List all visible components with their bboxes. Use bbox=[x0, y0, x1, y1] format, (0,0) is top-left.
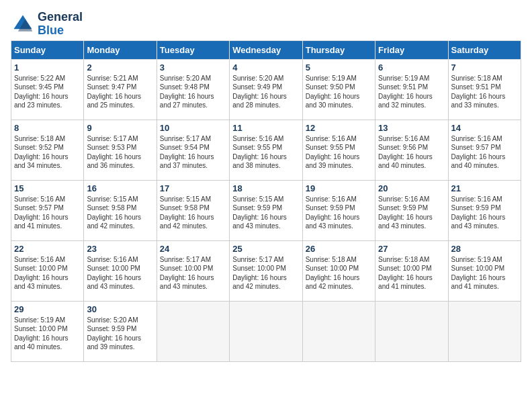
table-row: 11Sunrise: 5:16 AMSunset: 9:55 PMDayligh… bbox=[230, 120, 302, 180]
table-row: 25Sunrise: 5:17 AMSunset: 10:00 PMDaylig… bbox=[230, 240, 302, 301]
logo-text-general: General bbox=[38, 11, 83, 24]
table-row: 22Sunrise: 5:16 AMSunset: 10:00 PMDaylig… bbox=[11, 240, 84, 301]
weekday-header-tuesday: Tuesday bbox=[157, 40, 229, 59]
table-row: 2Sunrise: 5:21 AMSunset: 9:47 PMDaylight… bbox=[84, 59, 157, 120]
table-row bbox=[302, 301, 375, 361]
table-row: 1Sunrise: 5:22 AMSunset: 9:45 PMDaylight… bbox=[11, 59, 84, 120]
logo-text-blue: Blue bbox=[38, 24, 83, 38]
table-row: 27Sunrise: 5:18 AMSunset: 10:00 PMDaylig… bbox=[375, 240, 448, 301]
table-row: 8Sunrise: 5:18 AMSunset: 9:52 PMDaylight… bbox=[11, 120, 84, 180]
calendar-week-4: 29Sunrise: 5:19 AMSunset: 10:00 PMDaylig… bbox=[11, 301, 521, 361]
table-row: 9Sunrise: 5:17 AMSunset: 9:53 PMDaylight… bbox=[84, 120, 157, 180]
table-row bbox=[448, 301, 521, 361]
calendar-week-2: 15Sunrise: 5:16 AMSunset: 9:57 PMDayligh… bbox=[11, 180, 521, 240]
table-row: 12Sunrise: 5:16 AMSunset: 9:55 PMDayligh… bbox=[302, 120, 375, 180]
weekday-header-saturday: Saturday bbox=[448, 40, 521, 59]
table-row: 17Sunrise: 5:15 AMSunset: 9:58 PMDayligh… bbox=[157, 180, 229, 240]
table-row: 18Sunrise: 5:15 AMSunset: 9:59 PMDayligh… bbox=[230, 180, 302, 240]
table-row bbox=[375, 301, 448, 361]
calendar-week-0: 1Sunrise: 5:22 AMSunset: 9:45 PMDaylight… bbox=[11, 59, 521, 120]
table-row: 29Sunrise: 5:19 AMSunset: 10:00 PMDaylig… bbox=[11, 301, 84, 361]
weekday-header-wednesday: Wednesday bbox=[230, 40, 302, 59]
weekday-header-sunday: Sunday bbox=[11, 40, 84, 59]
table-row: 30Sunrise: 5:20 AMSunset: 9:59 PMDayligh… bbox=[84, 301, 157, 361]
table-row: 16Sunrise: 5:15 AMSunset: 9:58 PMDayligh… bbox=[84, 180, 157, 240]
table-row: 5Sunrise: 5:19 AMSunset: 9:50 PMDaylight… bbox=[302, 59, 375, 120]
weekday-header-monday: Monday bbox=[84, 40, 157, 59]
calendar-week-1: 8Sunrise: 5:18 AMSunset: 9:52 PMDaylight… bbox=[11, 120, 521, 180]
table-row: 20Sunrise: 5:16 AMSunset: 9:59 PMDayligh… bbox=[375, 180, 448, 240]
table-row bbox=[157, 301, 229, 361]
table-row: 19Sunrise: 5:16 AMSunset: 9:59 PMDayligh… bbox=[302, 180, 375, 240]
table-row: 10Sunrise: 5:17 AMSunset: 9:54 PMDayligh… bbox=[157, 120, 229, 180]
table-row: 26Sunrise: 5:18 AMSunset: 10:00 PMDaylig… bbox=[302, 240, 375, 301]
table-row: 28Sunrise: 5:19 AMSunset: 10:00 PMDaylig… bbox=[448, 240, 521, 301]
table-row: 3Sunrise: 5:20 AMSunset: 9:48 PMDaylight… bbox=[157, 59, 229, 120]
table-row: 4Sunrise: 5:20 AMSunset: 9:49 PMDaylight… bbox=[230, 59, 302, 120]
weekday-header-row: SundayMondayTuesdayWednesdayThursdayFrid… bbox=[11, 40, 521, 59]
table-row: 21Sunrise: 5:16 AMSunset: 9:59 PMDayligh… bbox=[448, 180, 521, 240]
logo-icon bbox=[11, 12, 35, 36]
table-row: 24Sunrise: 5:17 AMSunset: 10:00 PMDaylig… bbox=[157, 240, 229, 301]
weekday-header-thursday: Thursday bbox=[302, 40, 375, 59]
table-row: 6Sunrise: 5:19 AMSunset: 9:51 PMDaylight… bbox=[375, 59, 448, 120]
table-row: 7Sunrise: 5:18 AMSunset: 9:51 PMDaylight… bbox=[448, 59, 521, 120]
logo: General Blue bbox=[11, 11, 83, 38]
table-row: 13Sunrise: 5:16 AMSunset: 9:56 PMDayligh… bbox=[375, 120, 448, 180]
weekday-header-friday: Friday bbox=[375, 40, 448, 59]
table-row bbox=[230, 301, 302, 361]
table-row: 14Sunrise: 5:16 AMSunset: 9:57 PMDayligh… bbox=[448, 120, 521, 180]
table-row: 23Sunrise: 5:16 AMSunset: 10:00 PMDaylig… bbox=[84, 240, 157, 301]
table-row: 15Sunrise: 5:16 AMSunset: 9:57 PMDayligh… bbox=[11, 180, 84, 240]
header: General Blue bbox=[11, 11, 521, 38]
calendar-week-3: 22Sunrise: 5:16 AMSunset: 10:00 PMDaylig… bbox=[11, 240, 521, 301]
calendar: SundayMondayTuesdayWednesdayThursdayFrid… bbox=[11, 40, 521, 362]
